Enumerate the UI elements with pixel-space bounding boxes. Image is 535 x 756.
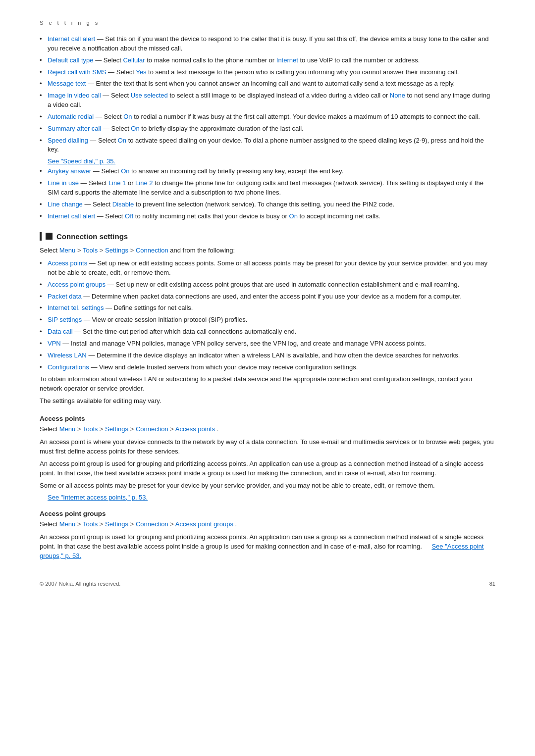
apg-tools-link[interactable]: Tools (83, 520, 98, 528)
item-text: — Determine when packet data connections… (83, 293, 462, 300)
disable-link[interactable]: Disable (112, 201, 134, 208)
line-change-link[interactable]: Line change (48, 201, 83, 208)
ap-connection-link[interactable]: Connection (136, 425, 168, 433)
packet-data-link[interactable]: Packet data (48, 293, 82, 300)
data-call-link[interactable]: Data call (48, 328, 73, 335)
nav-sep-4: > (77, 425, 83, 433)
message-text-link[interactable]: Message text (48, 80, 86, 87)
apg-connection-link[interactable]: Connection (136, 520, 168, 528)
line2-link[interactable]: Line 2 (135, 179, 153, 187)
ap-tools-link[interactable]: Tools (83, 425, 98, 433)
configurations-link[interactable]: Configurations (48, 363, 89, 371)
item-text: — Select Line 1 or Line 2 to change the … (48, 179, 483, 196)
yes-link[interactable]: Yes (136, 68, 146, 76)
internet-link[interactable]: Internet (276, 56, 298, 64)
page-footer: © 2007 Nokia. All rights reserved. 81 (40, 581, 495, 587)
ap-settings-link[interactable]: Settings (105, 425, 128, 433)
on-link-2[interactable]: On (131, 125, 139, 132)
nav-sep-3: > (130, 247, 136, 254)
tools-link[interactable]: Tools (83, 247, 98, 254)
nav-intro: Select (40, 520, 59, 528)
list-item: Speed dialling — Select On to activate s… (40, 136, 495, 155)
default-call-type-link[interactable]: Default call type (48, 56, 94, 64)
on-link-5[interactable]: On (289, 212, 298, 220)
access-points-para2: An access point group is used for groupi… (40, 459, 495, 478)
list-item: Wireless LAN — Determine if the device d… (40, 351, 495, 360)
apg-access-point-groups-link[interactable]: Access point groups (175, 520, 233, 528)
see-internet-access-points-link[interactable]: See "Internet access points," p. 53. (48, 494, 495, 501)
reject-call-link[interactable]: Reject call with SMS (48, 68, 106, 76)
page-number: 81 (489, 581, 495, 587)
connection-link[interactable]: Connection (136, 247, 168, 254)
access-point-groups-link[interactable]: Access point groups (48, 281, 106, 288)
connection-nav-path: Select Menu > Tools > Settings > Connect… (40, 246, 495, 255)
internet-call-alert-link[interactable]: Internet call alert (48, 35, 95, 43)
connection-para2: The settings available for editing may v… (40, 397, 495, 406)
item-text: — Set up new or edit existing access poi… (107, 281, 459, 288)
nav-sep-5: > (100, 425, 105, 433)
anykey-answer-link[interactable]: Anykey answer (48, 167, 91, 175)
on-link-1[interactable]: On (123, 113, 132, 120)
item-text: — Select On to answer an incoming call b… (93, 167, 343, 175)
vpn-link[interactable]: VPN (48, 340, 61, 347)
summary-after-call-link[interactable]: Summary after call (48, 125, 101, 132)
wireless-lan-link[interactable]: Wireless LAN (48, 352, 87, 359)
nav-sep-10: > (130, 520, 136, 528)
apg-settings-link[interactable]: Settings (105, 520, 128, 528)
nav-suffix: and from the following: (170, 247, 235, 254)
sip-settings-link[interactable]: SIP settings (48, 316, 82, 323)
apg-menu-link[interactable]: Menu (59, 520, 76, 528)
ap-menu-link[interactable]: Menu (59, 425, 76, 433)
list-item: Message text — Enter the text that is se… (40, 79, 495, 89)
item-text: — Select Yes to send a text message to t… (108, 68, 459, 76)
list-item: SIP settings — View or create session in… (40, 315, 495, 325)
access-points-heading: Access points (40, 415, 495, 422)
item-text: — Set this on if you want the device to … (48, 35, 489, 52)
menu-link[interactable]: Menu (59, 247, 76, 254)
item-text: — Set the time-out period after which da… (74, 328, 296, 335)
internet-call-alert-2-link[interactable]: Internet call alert (48, 212, 95, 220)
on-link-4[interactable]: On (121, 167, 129, 175)
on-link-3[interactable]: On (118, 137, 126, 144)
nav-sep-1: > (77, 247, 83, 254)
list-item: Automatic redial — Select On to redial a… (40, 112, 495, 122)
settings-link[interactable]: Settings (105, 247, 128, 254)
item-text: — Define settings for net calls. (106, 304, 193, 311)
use-selected-link[interactable]: Use selected (131, 92, 168, 99)
access-points-para1: An access point is where your device con… (40, 438, 495, 456)
list-item: Line in use — Select Line 1 or Line 2 to… (40, 179, 495, 198)
off-link[interactable]: Off (125, 212, 133, 220)
connection-settings-title: Connection settings (56, 232, 128, 241)
list-item: Line change — Select Disable to prevent … (40, 200, 495, 209)
item-text: — Determine if the device displays an in… (88, 352, 460, 359)
item-text: — Select On to briefly display the appro… (103, 125, 304, 132)
automatic-redial-link[interactable]: Automatic redial (48, 113, 94, 120)
speed-dialling-link[interactable]: Speed dialling (48, 137, 88, 144)
cellular-link[interactable]: Cellular (123, 56, 145, 64)
access-points-link[interactable]: Access points (48, 259, 87, 267)
access-points-nav-path: Select Menu > Tools > Settings > Connect… (40, 424, 495, 434)
connection-para1: To obtain information about wireless LAN… (40, 375, 495, 394)
ap-access-points-link[interactable]: Access points (175, 425, 215, 433)
settings-bullet-list-2: Anykey answer — Select On to answer an i… (40, 167, 495, 221)
settings-bullet-list-1: Internet call alert — Set this on if you… (40, 35, 495, 154)
image-video-call-link[interactable]: Image in video call (48, 92, 101, 99)
see-access-point-groups-link[interactable]: See "Access point groups," p. 53. (40, 543, 483, 559)
see-speed-dial-link[interactable]: See "Speed dial," p. 35. (48, 157, 495, 165)
nav-intro: Select (40, 247, 59, 254)
item-text: — View or create session initiation prot… (84, 316, 248, 323)
line1-link[interactable]: Line 1 (108, 179, 126, 187)
list-item: Internet call alert — Select Off to noti… (40, 212, 495, 221)
internet-tel-settings-link[interactable]: Internet tel. settings (48, 304, 104, 311)
item-text: — Select Disable to prevent line selecti… (84, 201, 394, 208)
nav-sep-7: > (170, 425, 175, 433)
item-text: — View and delete trusted servers from w… (91, 363, 358, 371)
nav-sep-11: > (170, 520, 175, 528)
none-link[interactable]: None (390, 92, 405, 99)
nav-sep-2: > (100, 247, 105, 254)
list-item: Internet call alert — Set this on if you… (40, 35, 495, 53)
list-item: Summary after call — Select On to briefl… (40, 124, 495, 134)
list-item: Image in video call — Select Use selecte… (40, 91, 495, 110)
line-in-use-link[interactable]: Line in use (48, 179, 79, 187)
item-text: — Select On to redial a number if it was… (96, 113, 480, 120)
